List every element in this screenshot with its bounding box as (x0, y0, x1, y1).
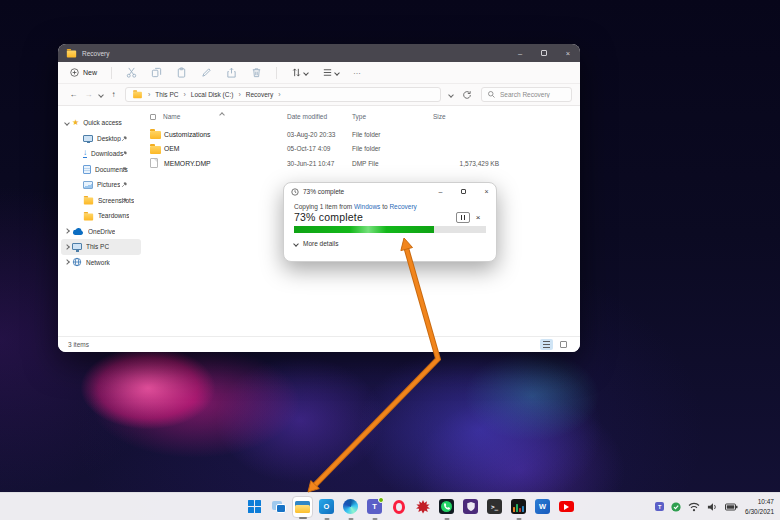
clock[interactable]: 10:47 6/30/2021 (745, 497, 774, 515)
column-header-date[interactable]: Date modified (287, 113, 327, 120)
start-button[interactable] (244, 496, 265, 518)
taskbar-security-app[interactable] (460, 496, 481, 518)
volume-icon[interactable] (707, 502, 718, 512)
dialog-titlebar[interactable]: 73% complete – × (284, 183, 496, 200)
chevron-right-icon (64, 228, 70, 234)
pause-button[interactable] (456, 212, 470, 223)
sidebar-item-desktop[interactable]: Desktop (61, 131, 141, 147)
document-icon (83, 165, 91, 174)
column-header-type[interactable]: Type (352, 113, 366, 120)
taskbar-red-app[interactable] (412, 496, 433, 518)
details-view-button[interactable] (540, 339, 553, 350)
close-button[interactable]: × (556, 44, 580, 62)
taskbar-whatsapp[interactable] (436, 496, 457, 518)
copy-icon[interactable] (151, 67, 162, 78)
sidebar-item-pictures[interactable]: Pictures (61, 177, 141, 193)
paste-icon[interactable] (176, 67, 187, 78)
divider (111, 67, 112, 79)
column-header-name[interactable]: Name (163, 113, 180, 120)
dialog-close-button[interactable]: × (477, 183, 496, 200)
share-icon[interactable] (226, 67, 237, 78)
cut-icon[interactable] (126, 67, 137, 78)
breadcrumb-this-pc[interactable]: This PC (155, 91, 178, 98)
taskbar-terminal[interactable]: >_ (484, 496, 505, 518)
crumb-separator: › (238, 91, 240, 98)
folder-icon (67, 51, 76, 58)
back-button[interactable]: ← (66, 90, 81, 99)
maximize-button[interactable] (532, 44, 556, 62)
sidebar-item-this-pc[interactable]: This PC (61, 239, 141, 255)
minimize-button[interactable]: – (508, 44, 532, 62)
sidebar-item-teardowns[interactable]: Teardowns (61, 208, 141, 224)
breadcrumb-recovery[interactable]: Recovery (246, 91, 273, 98)
taskbar-benchmark[interactable] (508, 496, 529, 518)
pause-icon (461, 215, 463, 220)
dialog-minimize-button[interactable]: – (431, 183, 450, 200)
forward-button[interactable]: → (81, 90, 96, 99)
more-options-icon[interactable]: … (353, 67, 362, 76)
crumb-separator: › (278, 91, 280, 98)
more-details-toggle[interactable]: More details (294, 240, 486, 247)
cancel-copy-button[interactable]: × (470, 213, 486, 222)
folder-icon (84, 198, 93, 205)
item-count: 3 items (68, 341, 89, 348)
running-indicator (324, 518, 329, 520)
sidebar-item-quick-access[interactable]: ★ Quick access (61, 115, 141, 131)
view-button[interactable] (322, 67, 339, 78)
teams-tray-icon[interactable]: T (655, 502, 664, 511)
taskbar-icons: O T >_ W (244, 493, 577, 520)
sidebar-item-screenshots[interactable]: Screenshots (61, 193, 141, 209)
command-bar: New … (58, 62, 580, 84)
sidebar-item-documents[interactable]: Documents (61, 162, 141, 178)
search-box[interactable] (481, 87, 572, 102)
breadcrumb-local-disk[interactable]: Local Disk (C:) (191, 91, 234, 98)
chevron-down-icon (448, 92, 454, 98)
benchmark-chart-icon (511, 499, 526, 514)
source-link[interactable]: Windows (354, 203, 380, 210)
teams-icon: T (367, 499, 382, 514)
battery-icon[interactable] (725, 503, 738, 511)
task-view-button[interactable] (268, 496, 289, 518)
explorer-titlebar[interactable]: Recovery – × (58, 44, 580, 62)
address-bar[interactable]: › This PC › Local Disk (C:) › Recovery › (125, 87, 441, 102)
destination-link[interactable]: Recovery (389, 203, 416, 210)
file-row-oem[interactable]: OEM 05-Oct-17 4:09 File folder (144, 142, 572, 157)
refresh-button[interactable] (462, 90, 472, 100)
file-row-memory-dmp[interactable]: MEMORY.DMP 30-Jun-21 10:47 DMP File 1,57… (144, 156, 572, 171)
tray-date: 6/30/2021 (745, 507, 774, 516)
address-dropdown-button[interactable] (449, 91, 453, 98)
crumb-separator: › (148, 91, 150, 98)
file-row-customizations[interactable]: Customizations 03-Aug-20 20:33 File fold… (144, 127, 572, 142)
navigation-pane: ★ Quick access Desktop ↓ Downloads Docum… (58, 107, 144, 336)
window-title: Recovery (82, 50, 508, 57)
sidebar-item-network[interactable]: Network (61, 255, 141, 271)
taskbar-opera[interactable] (388, 496, 409, 518)
sidebar-item-downloads[interactable]: ↓ Downloads (61, 146, 141, 162)
crumb-separator: › (183, 91, 185, 98)
search-input[interactable] (500, 91, 566, 98)
taskbar-youtube[interactable] (556, 496, 577, 518)
taskbar-file-explorer[interactable] (292, 496, 313, 518)
taskbar-edge[interactable] (340, 496, 361, 518)
sort-button[interactable] (291, 67, 308, 78)
large-icons-view-button[interactable] (557, 339, 570, 350)
file-icon (150, 158, 158, 168)
status-badge (378, 497, 384, 503)
new-button[interactable]: New (70, 68, 97, 77)
rename-icon[interactable] (201, 67, 212, 78)
recent-locations-button[interactable] (96, 90, 106, 99)
up-button[interactable]: ↑ (106, 90, 121, 99)
select-all-checkbox[interactable] (150, 114, 156, 120)
dialog-maximize-button[interactable] (454, 183, 473, 200)
folder-icon (133, 91, 142, 97)
taskbar-teams[interactable]: T (364, 496, 385, 518)
delete-icon[interactable] (251, 67, 262, 78)
taskbar-word[interactable]: W (532, 496, 553, 518)
security-check-icon[interactable] (671, 502, 681, 512)
progress-bar (294, 226, 486, 233)
picture-icon (83, 181, 93, 189)
sidebar-item-onedrive[interactable]: OneDrive (61, 224, 141, 240)
taskbar-outlook[interactable]: O (316, 496, 337, 518)
column-header-size[interactable]: Size (433, 113, 446, 120)
wifi-icon[interactable] (688, 502, 700, 512)
